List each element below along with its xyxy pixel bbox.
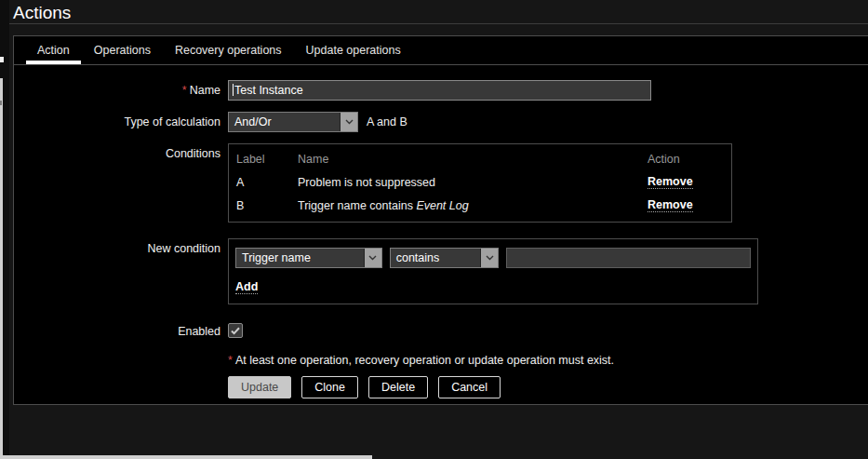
remove-condition-link[interactable]: Remove: [648, 198, 693, 212]
condition-type-select[interactable]: Trigger name: [235, 248, 382, 268]
name-input[interactable]: Test Instance: [228, 80, 651, 101]
required-asterisk: *: [228, 354, 233, 367]
background-window-mark: [0, 101, 2, 105]
chevron-down-icon: [480, 249, 498, 267]
action-form-panel: Action Operations Recovery operations Up…: [13, 35, 868, 405]
title-divider: [9, 23, 868, 24]
tab-action[interactable]: Action: [25, 36, 82, 64]
condition-name: Trigger name contains Event Log: [298, 199, 648, 212]
enabled-checkbox[interactable]: [228, 323, 243, 338]
form-actions-row: Update Clone Delete Cancel: [14, 376, 868, 398]
new-condition-row: New condition Trigger name contains: [14, 238, 868, 304]
check-icon: [231, 327, 240, 335]
tab-update-operations[interactable]: Update operations: [294, 36, 413, 64]
calculation-formula: A and B: [367, 112, 407, 132]
conditions-table: Label Name Action A Problem is not suppr…: [228, 143, 732, 223]
column-header-action: Action: [648, 153, 731, 166]
condition-value-input[interactable]: [506, 248, 751, 268]
condition-label: A: [236, 176, 298, 189]
actions-page: Actions Action Operations Recovery opera…: [9, 0, 868, 459]
new-condition-box: Trigger name contains: [228, 238, 758, 304]
tab-bar: Action Operations Recovery operations Up…: [14, 36, 868, 65]
clone-button[interactable]: Clone: [301, 376, 358, 398]
new-condition-label: New condition: [14, 238, 220, 255]
condition-row: B Trigger name contains Event Log Remove: [229, 194, 731, 217]
column-header-label: Label: [236, 153, 298, 166]
delete-button[interactable]: Delete: [368, 376, 428, 398]
condition-label: B: [236, 199, 298, 212]
remove-condition-link[interactable]: Remove: [648, 175, 693, 189]
enabled-row: Enabled: [14, 321, 868, 338]
conditions-row: Conditions Label Name Action A Problem i…: [14, 143, 868, 223]
conditions-label: Conditions: [14, 143, 220, 160]
column-header-name: Name: [298, 153, 648, 166]
footnote-row: *At least one operation, recovery operat…: [14, 353, 868, 367]
background-window-mark: [0, 57, 4, 62]
text-caret: [233, 84, 234, 96]
required-asterisk: *: [182, 84, 187, 97]
update-button[interactable]: Update: [228, 376, 291, 398]
enabled-label: Enabled: [14, 321, 220, 338]
conditions-table-header: Label Name Action: [229, 147, 731, 170]
calculation-row: Type of calculation And/Or A and B: [14, 112, 868, 132]
calculation-select[interactable]: And/Or: [228, 112, 358, 132]
background-window-edge-vertical: [0, 78, 3, 455]
page-title: Actions: [9, 0, 868, 23]
chevron-down-icon: [364, 249, 381, 267]
footnote-text: *At least one operation, recovery operat…: [228, 353, 614, 367]
tab-operations[interactable]: Operations: [82, 36, 163, 64]
condition-name: Problem is not suppressed: [298, 176, 648, 189]
tab-recovery-operations[interactable]: Recovery operations: [163, 36, 294, 64]
condition-row: A Problem is not suppressed Remove: [229, 170, 731, 194]
chevron-down-icon: [340, 113, 357, 131]
cancel-button[interactable]: Cancel: [438, 376, 501, 398]
condition-operator-select[interactable]: contains: [390, 248, 500, 268]
name-label: *Name: [14, 80, 220, 97]
calculation-label: Type of calculation: [14, 112, 220, 128]
add-condition-link[interactable]: Add: [235, 280, 258, 294]
action-form: *Name Test Instance Type of calculation …: [14, 65, 868, 398]
name-row: *Name Test Instance: [14, 80, 868, 101]
